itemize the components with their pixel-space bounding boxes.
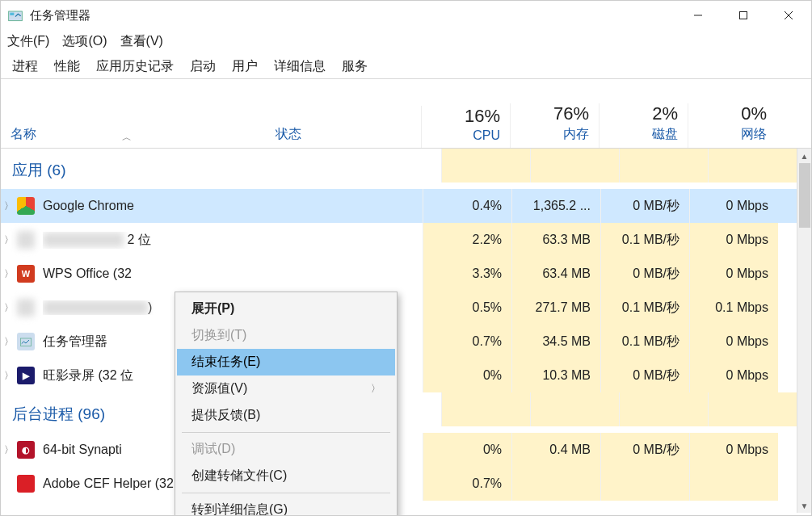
group-apps: 应用 (6) bbox=[1, 149, 441, 189]
svg-rect-6 bbox=[20, 338, 31, 346]
cell-memory: 0.4 MB bbox=[511, 433, 600, 467]
close-button[interactable] bbox=[766, 1, 811, 30]
cell-network bbox=[689, 467, 778, 501]
column-headers: ︿ 名称 状态 16% CPU 76% 内存 2% 磁盘 0% 网络 bbox=[1, 79, 811, 149]
submenu-arrow-icon: 〉 bbox=[371, 382, 381, 396]
expand-icon[interactable]: 〉 bbox=[1, 335, 17, 349]
maximize-button[interactable] bbox=[721, 1, 766, 30]
tab-startup[interactable]: 启动 bbox=[182, 55, 224, 78]
ctx-create-dump[interactable]: 创建转储文件(C) bbox=[177, 463, 395, 489]
process-list: 应用 (6) 〉 Google Chrome 0.4% 1,365.2 ... … bbox=[1, 149, 811, 513]
process-row-taskmgr[interactable]: 〉 任务管理器 0.7% 34.5 MB 0.1 MB/秒 0 Mbps bbox=[1, 325, 797, 359]
ctx-resource-values-label: 资源值(V) bbox=[191, 380, 247, 397]
task-manager-window: 任务管理器 文件(F) 选项(O) 查看(V) 进程 性能 应用历史记录 启动 … bbox=[0, 0, 812, 516]
tab-details[interactable]: 详细信息 bbox=[266, 55, 334, 78]
process-name: Google Chrome bbox=[43, 199, 277, 213]
cell-cpu: 0.4% bbox=[423, 189, 511, 223]
tab-users[interactable]: 用户 bbox=[224, 55, 266, 78]
column-memory-label: 内存 bbox=[563, 127, 589, 141]
taskmgr-icon bbox=[17, 333, 35, 350]
cell-network: 0 Mbps bbox=[689, 189, 778, 223]
separator bbox=[182, 493, 390, 493]
column-status[interactable]: 状态 bbox=[276, 126, 421, 148]
recorder-icon: ▶ bbox=[17, 367, 35, 384]
tab-services[interactable]: 服务 bbox=[334, 55, 376, 78]
column-cpu[interactable]: 16% CPU bbox=[421, 106, 510, 148]
menu-options[interactable]: 选项(O) bbox=[62, 33, 107, 50]
column-disk[interactable]: 2% 磁盘 bbox=[599, 103, 688, 148]
cell-memory: 1,365.2 ... bbox=[511, 189, 600, 223]
expand-icon[interactable]: 〉 bbox=[1, 233, 17, 247]
disk-usage-total: 2% bbox=[600, 103, 678, 124]
minimize-button[interactable] bbox=[675, 1, 721, 30]
column-memory[interactable]: 76% 内存 bbox=[510, 103, 599, 148]
expand-icon[interactable]: 〉 bbox=[1, 369, 17, 383]
expand-icon[interactable]: 〉 bbox=[1, 301, 17, 315]
cell-network: 0 Mbps bbox=[689, 325, 778, 359]
menu-bar: 文件(F) 选项(O) 查看(V) bbox=[1, 30, 811, 53]
cell-disk: 0.1 MB/秒 bbox=[600, 291, 689, 325]
process-row[interactable]: 〉 2 位 2.2% 63.3 MB 0.1 MB/秒 0 Mbps bbox=[1, 223, 797, 257]
svg-rect-1 bbox=[10, 13, 14, 15]
process-row-adobe[interactable]: 〉 Adobe CEF Helper (32 位) 0.7% bbox=[1, 467, 797, 501]
cell-network: 0 Mbps bbox=[689, 359, 778, 392]
cell-disk: 0.1 MB/秒 bbox=[600, 223, 689, 257]
network-usage-total: 0% bbox=[688, 103, 767, 124]
cell-disk: 0.1 MB/秒 bbox=[600, 325, 689, 359]
ctx-provide-feedback[interactable]: 提供反馈(B) bbox=[177, 402, 395, 429]
cell-memory: 63.3 MB bbox=[511, 223, 600, 257]
column-network[interactable]: 0% 网络 bbox=[688, 103, 776, 148]
tab-performance[interactable]: 性能 bbox=[46, 55, 88, 78]
process-name: WPS Office (32 bbox=[43, 266, 277, 281]
ctx-debug: 调试(D) bbox=[177, 436, 395, 463]
scroll-thumb[interactable] bbox=[799, 163, 810, 228]
scroll-down-icon[interactable]: ▼ bbox=[797, 498, 811, 513]
cell-disk: 0 MB/秒 bbox=[600, 433, 689, 467]
cell-memory: 10.3 MB bbox=[511, 359, 600, 392]
process-row-recorder[interactable]: 〉 ▶ 旺影录屏 (32 位 0% 10.3 MB 0 MB/秒 0 Mbps bbox=[1, 359, 797, 392]
cell-disk: 0 MB/秒 bbox=[600, 189, 689, 223]
cell-cpu: 2.2% bbox=[423, 223, 511, 257]
ctx-resource-values[interactable]: 资源值(V) 〉 bbox=[177, 375, 395, 402]
cell-cpu: 0% bbox=[423, 359, 511, 392]
ctx-go-to-details[interactable]: 转到详细信息(G) bbox=[177, 497, 395, 516]
window-title: 任务管理器 bbox=[30, 8, 90, 23]
cell-cpu: 0.5% bbox=[423, 291, 511, 325]
column-cpu-label: CPU bbox=[473, 128, 500, 142]
process-row-synaptics[interactable]: 〉 ◐ 64-bit Synapti 0% 0.4 MB 0 MB/秒 0 Mb… bbox=[1, 433, 797, 467]
vertical-scrollbar[interactable]: ▲ ▼ bbox=[797, 149, 811, 513]
tab-app-history[interactable]: 应用历史记录 bbox=[88, 55, 182, 78]
tab-strip: 进程 性能 应用历史记录 启动 用户 详细信息 服务 bbox=[1, 53, 811, 79]
cell-disk: 0 MB/秒 bbox=[600, 359, 689, 392]
column-network-label: 网络 bbox=[741, 127, 767, 141]
cell-network: 0 Mbps bbox=[689, 433, 778, 467]
ctx-end-task[interactable]: 结束任务(E) bbox=[177, 349, 395, 375]
cell-memory: 63.4 MB bbox=[511, 257, 600, 291]
expand-icon[interactable]: 〉 bbox=[1, 443, 17, 457]
svg-rect-3 bbox=[740, 12, 747, 19]
menu-file[interactable]: 文件(F) bbox=[7, 33, 49, 50]
column-name[interactable]: ︿ 名称 bbox=[1, 126, 276, 148]
expand-icon[interactable]: 〉 bbox=[1, 267, 17, 281]
process-row-wps[interactable]: 〉 W WPS Office (32 3.3% 63.4 MB 0 MB/秒 0… bbox=[1, 257, 797, 291]
app-icon bbox=[7, 7, 23, 23]
ctx-expand[interactable]: 展开(P) bbox=[177, 296, 395, 322]
process-row[interactable]: 〉 ) 0.5% 271.7 MB 0.1 MB/秒 0.1 Mbps bbox=[1, 291, 797, 325]
cell-network: 0 Mbps bbox=[689, 223, 778, 257]
expand-icon[interactable]: 〉 bbox=[1, 199, 17, 213]
cell-memory: 271.7 MB bbox=[511, 291, 600, 325]
column-disk-label: 磁盘 bbox=[652, 127, 678, 141]
process-row-chrome[interactable]: 〉 Google Chrome 0.4% 1,365.2 ... 0 MB/秒 … bbox=[1, 189, 797, 223]
tab-processes[interactable]: 进程 bbox=[4, 55, 46, 78]
titlebar: 任务管理器 bbox=[1, 1, 811, 30]
menu-view[interactable]: 查看(V) bbox=[120, 33, 163, 50]
synaptics-icon: ◐ bbox=[17, 441, 35, 459]
cell-memory bbox=[511, 467, 600, 501]
wps-icon: W bbox=[17, 265, 35, 283]
cell-disk: 0 MB/秒 bbox=[600, 257, 689, 291]
scroll-up-icon[interactable]: ▲ bbox=[797, 149, 811, 163]
cell-network: 0.1 Mbps bbox=[689, 291, 778, 325]
column-name-label: 名称 bbox=[11, 127, 36, 141]
context-menu: 展开(P) 切换到(T) 结束任务(E) 资源值(V) 〉 提供反馈(B) 调试… bbox=[175, 292, 398, 516]
cell-disk bbox=[600, 467, 689, 501]
